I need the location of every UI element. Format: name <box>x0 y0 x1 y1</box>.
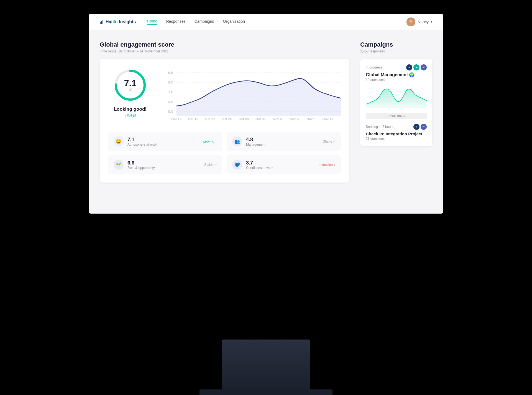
hash-icon: # <box>406 64 412 70</box>
time-range: Time range: 16. October – 14. November 2… <box>100 49 349 53</box>
svg-text:Oct 16: Oct 16 <box>171 118 181 120</box>
gauge-change-value: 0.4 pt <box>127 113 136 117</box>
atmosphere-icon: 😊 <box>114 136 124 146</box>
gauge-section: 7.1 10 Looking good! ↑ 0.4 pt <box>108 67 152 117</box>
conditions-status: In decline ↓ <box>319 163 335 167</box>
user-name: Nancy <box>418 20 429 24</box>
mini-chart <box>366 86 427 108</box>
content-area: Global engagement score Time range: 16. … <box>89 30 443 214</box>
nav-campaigns[interactable]: Campaigns <box>195 19 214 25</box>
conditions-value: 3.7 <box>246 160 315 166</box>
atmosphere-status: Improving ↑ <box>200 140 217 143</box>
navbar: Haiilo Insights Home Responses Campaigns… <box>89 14 443 30</box>
logo-icon <box>100 20 103 24</box>
management-icon: 👥 <box>232 136 242 146</box>
svg-text:Oct 22: Oct 22 <box>205 118 215 120</box>
chart-section: 8.5 8.0 7.0 6.5 6.0 Oct 16 Oct 19 <box>161 67 341 124</box>
logo-dot-1 <box>100 22 101 24</box>
upcoming-hash-icon: # <box>413 124 420 130</box>
svg-text:6.5: 6.5 <box>168 100 173 103</box>
svg-text:Nov 3: Nov 3 <box>273 118 282 120</box>
in-progress-label: In progress # ▶ ✉ <box>366 64 427 70</box>
gauge-max: 10 <box>124 88 136 92</box>
svg-text:Nov 6: Nov 6 <box>290 118 299 120</box>
page-title: Global engagement score <box>100 41 349 48</box>
svg-text:Oct 28: Oct 28 <box>239 118 249 120</box>
monitor-stand-bar <box>200 389 332 395</box>
role-icon: 🌱 <box>114 160 124 170</box>
stable-icon: ═ <box>333 140 335 143</box>
campaign-questions: 13 questions <box>366 78 427 82</box>
metric-info-atmosphere: 7.1 Atmosphere at work <box>127 137 196 146</box>
upcoming-questions: 21 questions <box>366 137 427 141</box>
campaigns-title: Campaigns <box>360 41 432 48</box>
score-chart-row: 7.1 10 Looking good! ↑ 0.4 pt <box>108 67 341 124</box>
atmosphere-value: 7.1 <box>127 137 196 143</box>
left-section: Global engagement score Time range: 16. … <box>100 41 349 202</box>
logo-text: Haiilo Insights <box>106 19 136 24</box>
svg-text:Oct 31: Oct 31 <box>255 118 266 120</box>
svg-text:Oct 19: Oct 19 <box>188 118 198 120</box>
metric-info-role: 6.6 Role & opportunity <box>127 160 200 170</box>
management-status: Stable ═ <box>323 140 335 143</box>
svg-text:8.0: 8.0 <box>168 81 173 84</box>
role-name: Role & opportunity <box>127 166 200 170</box>
improving-arrow-icon: ↑ <box>215 140 217 143</box>
svg-text:Nov 9: Nov 9 <box>306 118 316 120</box>
avatar <box>406 17 415 26</box>
svg-text:7.0: 7.0 <box>168 91 173 94</box>
svg-text:Oct 25: Oct 25 <box>222 118 232 120</box>
gauge-change: ↑ 0.4 pt <box>124 113 136 117</box>
svg-text:Nov 14: Nov 14 <box>322 118 333 120</box>
management-name: Management <box>246 143 319 146</box>
metric-info-management: 4.8 Management <box>246 137 319 146</box>
chevron-down-icon: ▾ <box>431 20 432 23</box>
metric-card-conditions[interactable]: 💙 3.7 Conditions at work In decline ↓ <box>227 155 341 174</box>
gauge-score: 7.1 <box>124 79 136 88</box>
campaigns-responses: 2,450 responses <box>360 49 432 53</box>
play-icon: ▶ <box>413 64 420 70</box>
nav-links: Home Responses Campaigns Organization <box>147 19 406 25</box>
nav-responses[interactable]: Responses <box>166 19 186 25</box>
upcoming-title: Check in: Integration Project <box>366 131 427 136</box>
sending-label: Sending in 2 hours # ✉ <box>366 124 427 130</box>
user-menu[interactable]: Nancy ▾ <box>406 17 432 26</box>
main-screen: Haiilo Insights Home Responses Campaigns… <box>89 14 443 214</box>
upcoming-divider: UPCOMING <box>366 113 427 119</box>
nav-home[interactable]: Home <box>147 19 157 25</box>
gauge-center: 7.1 10 <box>124 79 136 92</box>
campaign-card: In progress # ▶ ✉ Global Management 🌍 13… <box>360 59 432 146</box>
gauge-label: Looking good! <box>114 107 147 112</box>
svg-point-1 <box>409 19 413 23</box>
metric-card-management[interactable]: 👥 4.8 Management Stable ═ <box>227 132 341 151</box>
conditions-icon: 💙 <box>232 160 242 170</box>
nav-organization[interactable]: Organization <box>223 19 245 25</box>
metric-card-atmosphere[interactable]: 😊 7.1 Atmosphere at work Improving ↑ <box>108 132 222 151</box>
role-status: Stable ═ <box>204 163 217 167</box>
logo: Haiilo Insights <box>100 19 136 24</box>
upcoming-mail-icon: ✉ <box>421 124 427 130</box>
gauge-container: 7.1 10 <box>112 67 148 103</box>
campaign-header: In progress # ▶ ✉ Global Management 🌍 13… <box>366 64 427 82</box>
upcoming-section: Sending in 2 hours # ✉ Check in: Integra… <box>366 124 427 141</box>
logo-dot-2 <box>101 21 102 24</box>
metrics-grid: 😊 7.1 Atmosphere at work Improving ↑ 👥 <box>108 132 341 174</box>
management-value: 4.8 <box>246 137 319 143</box>
svg-text:8.5: 8.5 <box>168 71 173 74</box>
campaign-icons: # ▶ ✉ <box>406 64 427 70</box>
mail-icon: ✉ <box>421 64 427 70</box>
svg-text:6.0: 6.0 <box>168 110 173 113</box>
role-value: 6.6 <box>127 160 200 166</box>
metric-info-conditions: 3.7 Conditions at work <box>246 160 315 170</box>
metric-card-role[interactable]: 🌱 6.6 Role & opportunity Stable ═ <box>108 155 222 174</box>
stable-icon-2: ═ <box>215 163 217 166</box>
main-card: 7.1 10 Looking good! ↑ 0.4 pt <box>100 59 349 183</box>
atmosphere-name: Atmosphere at work <box>127 143 196 146</box>
trend-up-icon: ↑ <box>124 113 126 117</box>
decline-arrow-icon: ↓ <box>334 163 335 166</box>
upcoming-icons: # ✉ <box>413 124 427 130</box>
logo-dot-3 <box>103 20 103 24</box>
right-section: Campaigns 2,450 responses In progress # … <box>360 41 432 202</box>
campaign-title: Global Management 🌍 <box>366 72 427 77</box>
conditions-name: Conditions at work <box>246 166 315 170</box>
